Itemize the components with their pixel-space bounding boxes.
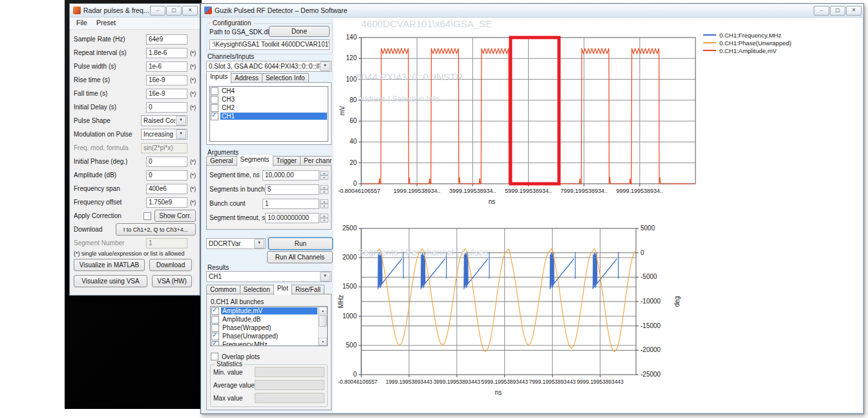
svg-text:9999.199538934..: 9999.199538934.. [617, 188, 664, 194]
spin-down-icon[interactable]: ▼ [320, 190, 328, 194]
channel-item-checkbox-ch3[interactable] [211, 96, 218, 104]
channel-item-ch2[interactable]: CH2 [210, 104, 328, 112]
chevron-down-icon[interactable] [320, 272, 330, 281]
svg-text:2000: 2000 [343, 254, 357, 261]
plot-item-checkbox-amplitude-mv[interactable] [211, 307, 219, 315]
spin-up-icon[interactable]: ▲ [320, 185, 328, 190]
bottom-chart[interactable]: 0500100015002000250050000-5000-10000-150… [337, 221, 725, 407]
frequency-trace [378, 252, 402, 289]
field-select-pulse-shape[interactable]: Raised Cosi... [141, 115, 187, 126]
plot-items-scrollbar[interactable]: ▲ ▼ [318, 307, 327, 346]
field-row-initial-phase-deg: Initial Phase (deg.)0(*) [74, 155, 196, 168]
spinner-segments-in-bunch[interactable]: ▲▼ [320, 185, 328, 194]
maximize-button[interactable] [166, 6, 182, 16]
engine-select[interactable]: DDCRTVar [206, 238, 266, 249]
field-input-amplitude-db[interactable]: 0 [146, 170, 187, 181]
field-input-freq-mod-formula[interactable]: sin(2*pi*x) [141, 143, 187, 153]
field-input-sample-rate-hz[interactable]: 64e9 [146, 34, 187, 45]
arg-input-segments-in-bunch[interactable]: 5 [265, 184, 319, 195]
minimize-button[interactable] [150, 6, 165, 16]
download-routing-button[interactable]: I to Ch1+2, Q to Ch3+4... [116, 223, 196, 236]
show-corr-button[interactable]: Show Corr. [154, 210, 196, 222]
chevron-down-icon[interactable] [320, 61, 330, 71]
results-group-label: Results [207, 264, 229, 271]
channel-item-ch1[interactable]: CH1 [210, 112, 328, 120]
field-label-pulse-width-s: Pulse width (s) [74, 63, 146, 70]
device-select[interactable]: 0.Slot 3, GSA ADC 6044:PXI43::0::0::INST… [206, 61, 332, 72]
plot-item-checkbox-amplitude-db[interactable] [211, 316, 219, 324]
segment-number-field[interactable]: 1 [146, 238, 187, 248]
channel-item-ch3[interactable]: CH3 [210, 95, 328, 104]
top-chart[interactable]: 020406080100120140-0.800461065571999.199… [337, 21, 702, 210]
menu-preset[interactable]: Preset [92, 18, 120, 28]
overlap-plots-checkbox[interactable] [211, 353, 218, 360]
main-maximize-button[interactable] [830, 6, 845, 16]
run-button[interactable]: Run [268, 237, 333, 250]
channel-listbox: CH4CH3CH2CH1 [209, 86, 328, 142]
channel-item-checkbox-ch1[interactable] [211, 113, 218, 120]
tab-plot[interactable]: Plot [273, 284, 292, 295]
plot-item-phase-wrapped[interactable]: Phase(Wrapped) [211, 324, 318, 332]
stat-field-max-value[interactable] [255, 393, 324, 403]
plot-item-frequency-mhz[interactable]: Frequency,MHz [211, 340, 318, 346]
chevron-down-icon[interactable] [176, 129, 186, 139]
field-input-repeat-interval-s[interactable]: 1.8e-6 [146, 48, 187, 58]
spin-up-icon[interactable]: ▲ [320, 199, 328, 204]
done-button[interactable]: Done [269, 26, 330, 37]
spin-up-icon[interactable]: ▲ [320, 171, 328, 175]
spin-down-icon[interactable]: ▼ [320, 204, 328, 208]
chevron-down-icon[interactable] [176, 116, 186, 126]
spin-down-icon[interactable]: ▼ [320, 175, 328, 180]
chevron-down-icon[interactable] [254, 239, 264, 248]
main-titlebar[interactable]: Guzik Pulsed RF Detector – Demo Software [201, 4, 863, 17]
field-select-modulation-on-pulse[interactable]: Increasing [141, 129, 187, 140]
download-button[interactable]: Download [149, 259, 192, 271]
plot-item-phase-unwrapped[interactable]: Phase(Unwrapped) [211, 332, 318, 340]
stat-field-min-value[interactable] [255, 367, 324, 377]
legend-swatch [703, 50, 716, 51]
field-input-frequency-span[interactable]: 400e6 [146, 184, 187, 194]
spinner-segment-time-ns[interactable]: ▲▼ [320, 171, 328, 180]
spinner-segment-timeout-s[interactable]: ▲▼ [320, 214, 328, 223]
run-all-channels-button[interactable]: Run All Channels [267, 251, 333, 263]
field-input-frequency-offset[interactable]: 1.750e9 [146, 197, 187, 208]
channel-item-checkbox-ch4[interactable] [211, 87, 218, 95]
suffix: (*) [187, 63, 196, 70]
field-input-initial-phase-deg[interactable]: 0 [146, 157, 187, 167]
plot-item-amplitude-mv[interactable]: Amplitude,mV [211, 307, 318, 315]
plot-item-checkbox-frequency-mhz[interactable] [211, 341, 219, 346]
close-button[interactable] [182, 6, 198, 16]
channel-item-ch4[interactable]: CH4 [210, 87, 328, 95]
svg-text:-20000: -20000 [640, 346, 661, 353]
spin-down-icon[interactable]: ▼ [320, 218, 328, 223]
field-input-rise-time-s[interactable]: 16e-9 [146, 75, 187, 85]
plot-item-amplitude-db[interactable]: Amplitude,dB [211, 315, 318, 324]
vsa-hw-button[interactable]: VSA (HW) [152, 275, 192, 287]
field-input-fall-time-s[interactable]: 16e-9 [146, 89, 187, 99]
radar-dialog-titlebar[interactable]: Radar pulses & freq... [70, 4, 200, 17]
field-input-initial-delay-s[interactable]: 0 [146, 102, 187, 113]
field-input-pulse-width-s[interactable]: 1e-6 [146, 61, 187, 72]
tab-segments[interactable]: Segments [237, 155, 273, 166]
scroll-down-icon[interactable]: ▼ [319, 338, 327, 346]
scrollbar-thumb[interactable] [319, 315, 327, 327]
arg-input-segment-time-ns[interactable]: 10,000.00 [262, 170, 319, 181]
stat-field-average-value[interactable] [255, 380, 324, 390]
field-label-sample-rate-hz: Sample Rate (Hz) [74, 36, 146, 43]
visualize-vsa-button[interactable]: Visualize using VSA [74, 275, 147, 287]
field-label-initial-phase-deg: Initial Phase (deg.) [74, 158, 146, 165]
arg-input-segment-timeout-s[interactable]: 10.000000000 [265, 213, 319, 223]
menu-file[interactable]: File [72, 18, 91, 28]
arg-input-bunch-count[interactable]: 1 [262, 199, 319, 209]
spin-up-icon[interactable]: ▲ [320, 214, 328, 218]
main-close-button[interactable] [846, 6, 862, 16]
spinner-bunch-count[interactable]: ▲▼ [320, 199, 328, 208]
main-minimize-button[interactable] [814, 6, 829, 16]
svg-text:120: 120 [346, 54, 357, 61]
visualize-matlab-button[interactable]: Visualize in MATLAB [74, 259, 145, 271]
tab-inputs[interactable]: Inputs [206, 72, 231, 83]
sdk-path-field[interactable]: :\Keysight\GSA1 Toolkit 4600DCVAR101\x64… [209, 39, 330, 50]
results-channel-select[interactable]: CH1 [206, 271, 332, 282]
scroll-up-icon[interactable]: ▲ [319, 307, 327, 314]
apply-correction-checkbox[interactable] [143, 212, 151, 220]
